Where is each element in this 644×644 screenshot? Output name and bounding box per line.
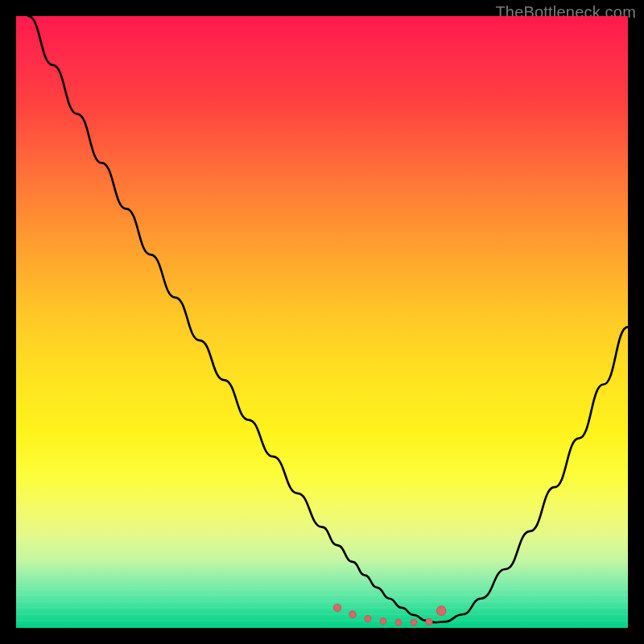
- floor-dot: [380, 618, 386, 625]
- floor-dot: [333, 604, 341, 611]
- floor-dot: [365, 616, 371, 622]
- floor-dot: [426, 618, 432, 625]
- floor-dot: [436, 606, 446, 616]
- plot-area: [16, 16, 628, 628]
- curve-layer: [16, 16, 628, 628]
- floor-dot: [349, 611, 356, 617]
- bottleneck-curve: [28, 16, 628, 622]
- floor-dots-group: [333, 604, 446, 625]
- floor-dot: [395, 619, 402, 625]
- chart-stage: TheBottleneck.com: [0, 0, 644, 644]
- floor-dot: [411, 619, 417, 625]
